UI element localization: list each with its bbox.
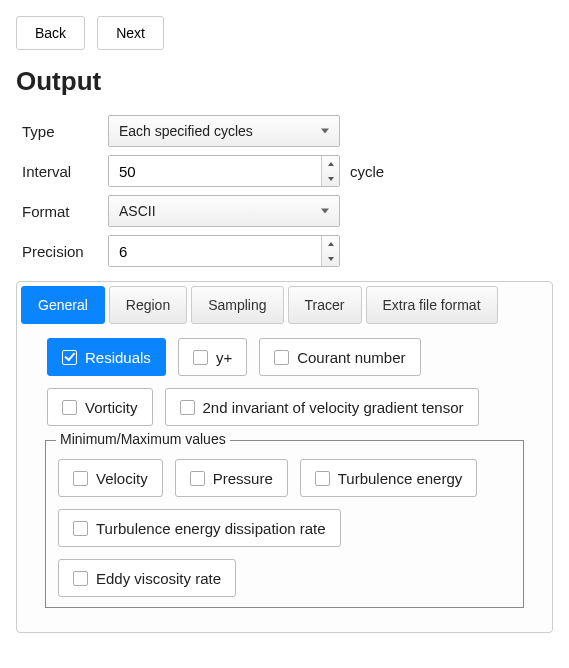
type-label: Type	[22, 123, 108, 140]
interval-step-up[interactable]	[322, 156, 339, 171]
check-pressure[interactable]: Pressure	[175, 459, 288, 497]
precision-step-up[interactable]	[322, 236, 339, 251]
output-form: Type Each specified cycles Interval cycl…	[22, 115, 553, 267]
check-eddy-viscosity-label: Eddy viscosity rate	[96, 570, 221, 587]
check-residuals-label: Residuals	[85, 349, 151, 366]
precision-step-down[interactable]	[322, 251, 339, 266]
check-turbulence-dissipation-label: Turbulence energy dissipation rate	[96, 520, 326, 537]
checkbox-icon	[73, 571, 88, 586]
checkbox-icon	[315, 471, 330, 486]
tab-sampling[interactable]: Sampling	[191, 286, 283, 324]
check-velocity-label: Velocity	[96, 470, 148, 487]
check-vorticity[interactable]: Vorticity	[47, 388, 153, 426]
minmax-fieldset: Minimum/Maximum values Velocity Pressure…	[45, 440, 524, 608]
checkbox-icon	[73, 471, 88, 486]
check-turbulence-energy-label: Turbulence energy	[338, 470, 463, 487]
checkbox-icon	[62, 400, 77, 415]
precision-label: Precision	[22, 243, 108, 260]
format-dropdown-value: ASCII	[119, 203, 156, 219]
chevron-down-icon	[321, 129, 329, 134]
interval-spinbox	[108, 155, 340, 187]
checkbox-icon	[180, 400, 195, 415]
tab-region[interactable]: Region	[109, 286, 187, 324]
check-courant[interactable]: Courant number	[259, 338, 420, 376]
interval-step-down[interactable]	[322, 171, 339, 186]
interval-input[interactable]	[109, 156, 321, 186]
check-yplus[interactable]: y+	[178, 338, 247, 376]
tab-extra-file-format[interactable]: Extra file format	[366, 286, 498, 324]
check-eddy-viscosity[interactable]: Eddy viscosity rate	[58, 559, 236, 597]
type-dropdown[interactable]: Each specified cycles	[108, 115, 340, 147]
check-second-invariant-label: 2nd invariant of velocity gradient tenso…	[203, 399, 464, 416]
checkbox-icon	[193, 350, 208, 365]
format-label: Format	[22, 203, 108, 220]
nav-row: Back Next	[16, 16, 553, 50]
interval-unit: cycle	[350, 163, 384, 180]
check-yplus-label: y+	[216, 349, 232, 366]
check-second-invariant[interactable]: 2nd invariant of velocity gradient tenso…	[165, 388, 479, 426]
checkbox-icon	[190, 471, 205, 486]
check-pressure-label: Pressure	[213, 470, 273, 487]
checkbox-icon	[62, 350, 77, 365]
check-vorticity-label: Vorticity	[85, 399, 138, 416]
checkbox-icon	[73, 521, 88, 536]
next-button[interactable]: Next	[97, 16, 164, 50]
tab-general[interactable]: General	[21, 286, 105, 324]
check-residuals[interactable]: Residuals	[47, 338, 166, 376]
check-courant-label: Courant number	[297, 349, 405, 366]
type-dropdown-value: Each specified cycles	[119, 123, 253, 139]
interval-label: Interval	[22, 163, 108, 180]
precision-spinbox	[108, 235, 340, 267]
checkbox-icon	[274, 350, 289, 365]
format-dropdown[interactable]: ASCII	[108, 195, 340, 227]
back-button[interactable]: Back	[16, 16, 85, 50]
check-turbulence-dissipation[interactable]: Turbulence energy dissipation rate	[58, 509, 341, 547]
precision-input[interactable]	[109, 236, 321, 266]
tab-row: General Region Sampling Tracer Extra fil…	[21, 286, 548, 324]
chevron-down-icon	[321, 209, 329, 214]
page-title: Output	[16, 66, 553, 97]
check-velocity[interactable]: Velocity	[58, 459, 163, 497]
minmax-legend: Minimum/Maximum values	[56, 431, 230, 447]
output-tab-panel: General Region Sampling Tracer Extra fil…	[16, 281, 553, 633]
tab-tracer[interactable]: Tracer	[288, 286, 362, 324]
check-turbulence-energy[interactable]: Turbulence energy	[300, 459, 478, 497]
